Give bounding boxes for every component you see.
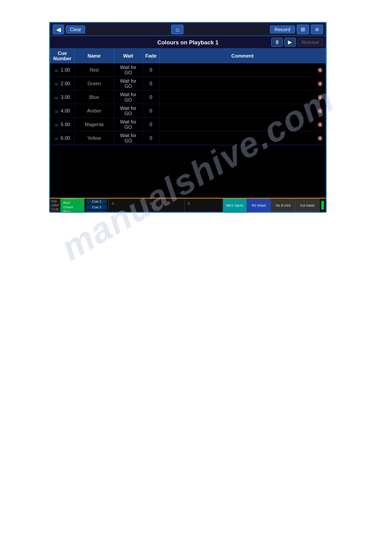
- fix-grp-cue-labels: FIX GRP CUE: [50, 199, 61, 212]
- release-button[interactable]: Release: [298, 38, 323, 46]
- cue-stack-item-1[interactable]: Cue 1: [86, 199, 107, 204]
- cue-comment-cell: 🔇: [159, 104, 325, 118]
- cue-name-cell: Red: [75, 63, 114, 77]
- bars-icon: ⚌: [54, 136, 58, 141]
- tab-4[interactable]: 4: [109, 199, 147, 212]
- cue-stack-item-3[interactable]: Cue 3: [86, 210, 107, 212]
- app-window: ◀ Clear ⌂ Record ⊞ ≡ Colours on Playback…: [49, 22, 327, 213]
- back-button[interactable]: ◀: [53, 25, 64, 34]
- title-controls: ⏸ ▶ Release: [271, 38, 323, 47]
- green-bar: [321, 201, 324, 210]
- bars-icon: ⚌: [54, 109, 58, 113]
- col-header-cue: CueNumber: [50, 49, 75, 63]
- col-header-fade: Fade: [143, 49, 160, 63]
- grid-button[interactable]: ⊞: [297, 25, 309, 34]
- cue-stack-panel: Cue Stack Cue 1 Cue 2 Cue 3: [85, 199, 109, 212]
- cue-fade-cell: 0: [143, 91, 160, 104]
- mk2-spots-label: MK2 Spots: [226, 203, 243, 207]
- bars-icon: ⚌: [54, 81, 58, 86]
- mk2-spots-tab[interactable]: MK2 Spots: [223, 199, 247, 212]
- r2-wash-label: R2 Wash: [252, 203, 266, 207]
- cue-comment-cell: 🔇: [159, 131, 325, 145]
- cue-wait-cell: Wait for GO: [114, 104, 143, 118]
- col-header-name: Name: [75, 49, 114, 63]
- cue-comment-cell: 🔇: [159, 63, 325, 77]
- tab-5[interactable]: 5: [147, 199, 185, 212]
- cue-stack-item-2[interactable]: Cue 2: [86, 205, 107, 210]
- cue-name-cell: Blue: [75, 91, 114, 104]
- cue-comment-cell: 🔇: [159, 77, 325, 91]
- cue-number-cell: ⚌ 6.00: [50, 131, 75, 145]
- table-row[interactable]: ⚌ 1.00 Red Wait for GO 0 🔇: [50, 63, 326, 77]
- cue-fade-cell: 0: [143, 104, 160, 118]
- table-row[interactable]: ⚌ 4.00 Amber Wait for GO 0 🔇: [50, 104, 326, 118]
- table-row[interactable]: ⚌ 6.00 Yellow Wait for GO 0 🔇: [50, 131, 326, 145]
- coldash-label: Col Dash: [300, 203, 315, 207]
- cue-fade-cell: 0: [143, 131, 160, 145]
- cue-comment-cell: 🔇: [159, 118, 325, 131]
- col-header-wait: Wait: [114, 49, 143, 63]
- cue-wait-cell: Wait for GO: [114, 118, 143, 131]
- cue-wait-cell: Wait for GO: [114, 131, 143, 145]
- speaker-icon: 🔇: [317, 81, 323, 86]
- col-header-comment: Comment: [159, 49, 325, 63]
- cue-name-cell: Green: [75, 77, 114, 91]
- speaker-icon: 🔇: [317, 136, 323, 141]
- bottom-bar: FIX GRP CUE Colours Red Green Blue Cue S…: [50, 198, 326, 212]
- cue-name-cell: Amber: [75, 104, 114, 118]
- speaker-icon: 🔇: [317, 122, 323, 127]
- ove010-tab[interactable]: Ov E-010: [271, 199, 295, 212]
- tab6-label: 6: [185, 200, 192, 207]
- r2-wash-tab[interactable]: R2 Wash: [247, 199, 271, 212]
- record-button[interactable]: Record: [270, 25, 295, 33]
- speaker-icon: 🔇: [317, 68, 323, 73]
- home-button[interactable]: ⌂: [171, 25, 183, 34]
- cue-wait-cell: Wait for GO: [114, 63, 143, 77]
- toolbar: ◀ Clear ⌂ Record ⊞ ≡: [50, 23, 326, 36]
- cue-table: CueNumber Name Wait Fade Comment ⚌ 1.00 …: [50, 48, 326, 145]
- colours-tab-label: Colours: [63, 198, 82, 201]
- cue-fade-cell: 0: [143, 118, 160, 131]
- cue-fade-cell: 0: [143, 77, 160, 91]
- empty-area: [50, 145, 326, 198]
- cue-number-cell: ⚌ 5.00: [50, 118, 75, 131]
- colours-tab-green: Green: [63, 205, 82, 210]
- grp-label: GRP: [51, 203, 59, 207]
- cue-comment-cell: 🔇: [159, 91, 325, 104]
- tab4-label: 4: [109, 200, 116, 207]
- pause-button[interactable]: ⏸: [271, 38, 283, 47]
- colours-tab-blue: Blue: [63, 210, 82, 212]
- title-bar: Colours on Playback 1 ⏸ ▶ Release: [50, 36, 326, 48]
- cue-wait-cell: Wait for GO: [114, 91, 143, 104]
- colours-tab[interactable]: Colours Red Green Blue: [61, 199, 85, 212]
- cue-name-cell: Yellow: [75, 131, 114, 145]
- ove010-label: Ov E-010: [276, 203, 291, 207]
- cue-number-cell: ⚌ 2.00: [50, 77, 75, 91]
- table-row[interactable]: ⚌ 2.00 Green Wait for GO 0 🔇: [50, 77, 326, 91]
- clear-button[interactable]: Clear: [66, 25, 85, 33]
- fix-label: FIX: [51, 200, 59, 203]
- speaker-icon: 🔇: [317, 95, 323, 100]
- colours-tab-red: Red: [63, 201, 82, 205]
- table-row[interactable]: ⚌ 3.00 Blue Wait for GO 0 🔇: [50, 91, 326, 104]
- cue-stack-label: Cue Stack: [86, 198, 107, 199]
- toolbar-right: Record ⊞ ≡: [270, 25, 323, 34]
- cue-number-cell: ⚌ 1.00: [50, 63, 75, 77]
- bars-icon: ⚌: [54, 95, 58, 100]
- tab-6[interactable]: 6: [185, 199, 223, 212]
- speaker-icon: 🔇: [317, 109, 323, 113]
- cue-number-cell: ⚌ 4.00: [50, 104, 75, 118]
- cue-fade-cell: 0: [143, 63, 160, 77]
- bars-icon: ⚌: [54, 122, 58, 127]
- menu-button[interactable]: ≡: [311, 25, 323, 34]
- table-row[interactable]: ⚌ 5.00 Magenta Wait for GO 0 🔇: [50, 118, 326, 131]
- page-title: Colours on Playback 1: [157, 39, 218, 46]
- tab5-label: 5: [147, 200, 155, 207]
- coldash-tab[interactable]: Col Dash: [295, 199, 320, 212]
- level-indicator: [320, 199, 326, 212]
- play-button[interactable]: ▶: [284, 38, 296, 47]
- cue-number-cell: ⚌ 3.00: [50, 91, 75, 104]
- cue-wait-cell: Wait for GO: [114, 77, 143, 91]
- cue-label: CUE: [51, 207, 59, 211]
- cue-name-cell: Magenta: [75, 118, 114, 131]
